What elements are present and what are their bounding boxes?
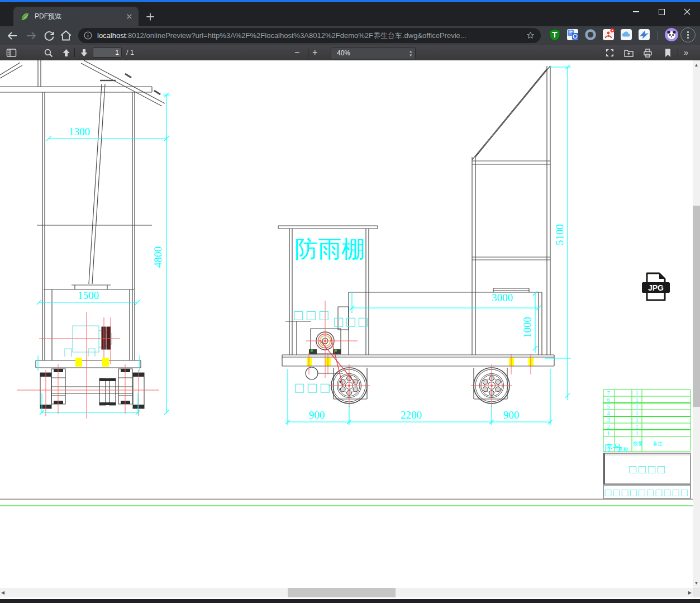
pdf-page: 1300 4800 1500 bbox=[0, 60, 693, 588]
cloud-icon[interactable] bbox=[620, 28, 633, 41]
dim-2200: 2200 bbox=[401, 409, 422, 421]
bom-table bbox=[603, 390, 691, 452]
cad-drawing: 1300 4800 1500 bbox=[0, 60, 693, 588]
search-icon[interactable] bbox=[43, 48, 54, 58]
dim-5100: 5100 bbox=[554, 224, 565, 245]
bom-header-note: 备注 bbox=[653, 441, 663, 447]
placeholder-text: □□□ bbox=[293, 308, 331, 321]
dim-1500: 1500 bbox=[78, 289, 99, 301]
coupling-disc bbox=[107, 327, 111, 349]
dim-3000: 3000 bbox=[492, 292, 513, 303]
browser-menu-icon[interactable] bbox=[680, 27, 696, 42]
dim-900-rear: 900 bbox=[503, 409, 520, 421]
title-block-code: □□□□□□□□□□ bbox=[604, 487, 689, 497]
bom-qty: 1 bbox=[636, 424, 639, 430]
horizontal-scrollbar-thumb[interactable] bbox=[288, 588, 396, 597]
pdf-toolbar: / 1 − + 40% ▴▾ » bbox=[0, 45, 700, 60]
tab-pdf-preview[interactable]: PDF预览 bbox=[13, 7, 139, 26]
zoom-level-select[interactable]: 40% ▴▾ bbox=[331, 48, 416, 59]
proxy-omega-icon[interactable] bbox=[584, 28, 597, 41]
front-view bbox=[0, 60, 165, 409]
spinner-icon: ▴▾ bbox=[398, 49, 412, 57]
zoom-in-button[interactable]: + bbox=[312, 45, 317, 60]
scroll-up-icon[interactable]: ▲ bbox=[693, 61, 700, 69]
front-view-fills bbox=[40, 369, 144, 409]
bom-no: 5 bbox=[607, 403, 610, 410]
bom-values: 7 6 5 4 3 2 1 1 1 1 1 1 1 1 序号 名称 数量 备注 bbox=[604, 390, 663, 453]
title-block-name: □□□□ bbox=[628, 463, 666, 474]
panda-icon bbox=[665, 28, 678, 41]
print-icon[interactable] bbox=[642, 48, 653, 58]
scroll-right-icon[interactable]: ▶ bbox=[688, 588, 692, 597]
toolbar-separator bbox=[678, 48, 678, 57]
minimize-icon bbox=[633, 11, 639, 12]
vertical-scrollbar[interactable]: ▲ ▼ bbox=[693, 60, 700, 588]
bom-header-qty: 数量 bbox=[633, 441, 643, 447]
scroll-left-icon[interactable]: ◀ bbox=[1, 588, 4, 597]
side-view bbox=[278, 66, 554, 399]
bird-icon[interactable] bbox=[637, 28, 651, 41]
sidebar-toggle-icon[interactable] bbox=[6, 48, 17, 58]
vertical-scrollbar-thumb[interactable] bbox=[693, 206, 700, 407]
placeholder-text: □□□ bbox=[294, 381, 332, 394]
bom-qty: 1 bbox=[636, 417, 639, 423]
jpg-label: JPG bbox=[648, 283, 664, 292]
zoom-out-button[interactable]: − bbox=[294, 45, 299, 60]
window-bottom-edge bbox=[0, 599, 700, 603]
tab-close-icon[interactable] bbox=[125, 12, 134, 21]
bom-no: 4 bbox=[607, 410, 610, 416]
dim-1000: 1000 bbox=[521, 317, 533, 338]
close-window-button[interactable] bbox=[674, 2, 700, 21]
horizontal-scrollbar[interactable]: ◀ ▶ bbox=[0, 588, 693, 597]
url-text[interactable]: localhost:8012/onlinePreview?url=http%3A… bbox=[97, 28, 511, 43]
tab-bar: PDF预览 bbox=[0, 2, 700, 26]
toolbar-separator bbox=[74, 48, 75, 57]
bookmark-star-icon[interactable] bbox=[526, 31, 535, 40]
toolbar-separator bbox=[657, 31, 658, 40]
leaf-favicon-icon bbox=[20, 12, 30, 21]
url-path: :8012/onlinePreview?url=http%3A%2F%2Floc… bbox=[126, 31, 466, 40]
browser-window: PDF预览 bbox=[0, 0, 700, 603]
back-icon[interactable] bbox=[5, 29, 20, 43]
bom-no: 2 bbox=[607, 424, 610, 430]
translate-icon[interactable] bbox=[566, 28, 579, 41]
presentation-mode-icon[interactable] bbox=[604, 48, 615, 58]
bom-header-name: 名称 bbox=[618, 447, 628, 452]
clamp-marks bbox=[75, 358, 534, 367]
bom-no: 1 bbox=[607, 430, 610, 436]
bom-qty: 1 bbox=[636, 403, 639, 410]
home-icon[interactable] bbox=[59, 29, 73, 43]
toolbar-separator bbox=[308, 48, 308, 57]
reload-icon[interactable] bbox=[42, 29, 56, 43]
bom-no: 6 bbox=[607, 397, 610, 403]
forward-icon[interactable] bbox=[24, 29, 39, 43]
bookmark-icon[interactable] bbox=[663, 48, 673, 58]
profile-avatar[interactable] bbox=[665, 28, 678, 41]
minimize-button[interactable] bbox=[623, 2, 649, 21]
bom-qty: 1 bbox=[636, 410, 639, 416]
page-number-input[interactable] bbox=[93, 48, 122, 58]
tab-title: PDF预览 bbox=[35, 7, 61, 26]
maximize-button[interactable] bbox=[649, 2, 674, 21]
bom-no: 7 bbox=[607, 390, 610, 396]
bom-qty: 1 bbox=[636, 430, 639, 436]
scroll-down-icon[interactable]: ▼ bbox=[693, 580, 700, 587]
page-down-icon[interactable] bbox=[79, 48, 89, 58]
bom-qty: 1 bbox=[636, 397, 639, 403]
tampermonkey-icon[interactable] bbox=[548, 28, 561, 41]
info-icon[interactable] bbox=[84, 31, 92, 40]
new-tab-button[interactable] bbox=[144, 11, 156, 23]
open-file-icon[interactable] bbox=[623, 48, 634, 58]
more-tools-icon[interactable]: » bbox=[684, 45, 688, 60]
page-up-icon[interactable] bbox=[61, 48, 72, 58]
bom-qty: 1 bbox=[636, 390, 639, 396]
url-host: localhost bbox=[97, 31, 126, 40]
page-count-label: / 1 bbox=[126, 45, 134, 60]
placeholder-text: □□□ bbox=[333, 315, 370, 328]
maximize-icon bbox=[659, 9, 665, 15]
shed-label: 防雨棚 bbox=[294, 236, 365, 262]
address-bar[interactable]: localhost:8012/onlinePreview?url=http%3A… bbox=[78, 28, 541, 43]
dim-4800: 4800 bbox=[152, 246, 164, 268]
extension-red-figure-icon[interactable] bbox=[602, 28, 615, 41]
dim-1300: 1300 bbox=[69, 126, 90, 137]
